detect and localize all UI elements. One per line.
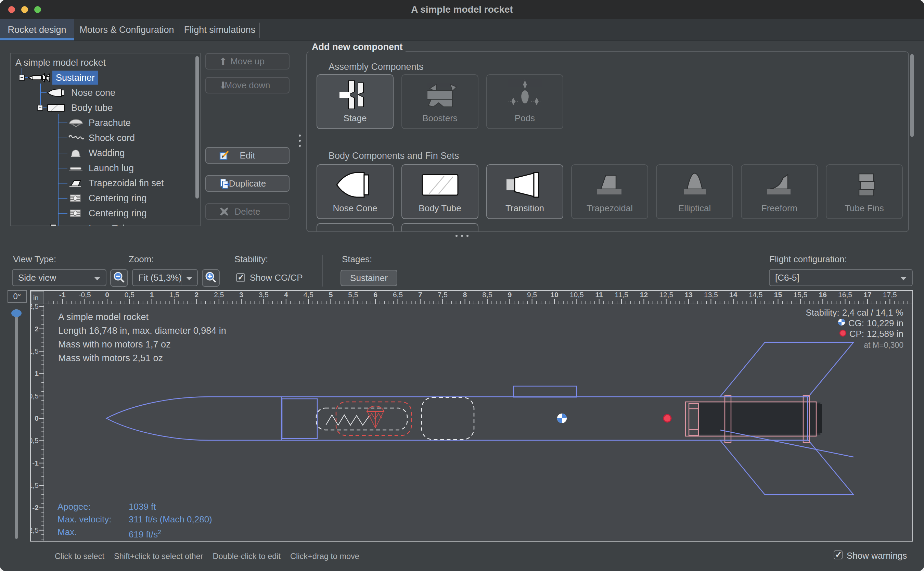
svg-text:1: 1 [150, 291, 154, 298]
horizontal-splitter-handle[interactable] [456, 235, 468, 237]
tab-rocket-design[interactable]: Rocket design [0, 19, 74, 40]
zoom-label: Zoom: [129, 254, 154, 265]
wadding-icon [68, 148, 83, 157]
move-up-button[interactable]: ⬆ Move up [205, 53, 290, 69]
info-line: A simple model rocket [58, 310, 226, 324]
stage-icon [317, 79, 393, 111]
add-freeform-button[interactable]: Freeform [741, 164, 818, 219]
transition-icon [487, 169, 563, 201]
svg-text:8: 8 [463, 291, 467, 298]
svg-text:17,5: 17,5 [883, 291, 897, 298]
tree-item-a-simple-model-rocket[interactable]: A simple model rocket [11, 55, 200, 70]
svg-text:16: 16 [819, 291, 827, 298]
tree-item-wadding[interactable]: Wadding [11, 145, 200, 160]
tree-item-body-tube[interactable]: Body tube [11, 100, 200, 115]
edit-button[interactable]: Edit [205, 147, 290, 164]
add-stage-button[interactable]: Stage [317, 74, 394, 129]
svg-text:1,5: 1,5 [31, 347, 38, 355]
add-tube-fins-button[interactable]: Tube Fins [826, 164, 903, 219]
add-component-panel: Assembly Components Body Components and … [306, 51, 909, 232]
svg-text:0,5: 0,5 [125, 291, 134, 298]
svg-text:7: 7 [418, 291, 422, 298]
nosecone-icon [46, 88, 67, 97]
app-window: A simple model rocket Rocket design Moto… [0, 0, 924, 571]
tab-motors-configuration[interactable]: Motors & Configuration [74, 19, 180, 40]
svg-text:4,5: 4,5 [303, 291, 313, 298]
hint-text: Double-click to edit [213, 552, 281, 561]
zoom-level-select[interactable]: Fit (51,3%) [132, 269, 198, 286]
add-trapezoidal-button[interactable]: Trapezoidal [571, 164, 648, 219]
trapezoidal-icon [572, 169, 647, 201]
add-elliptical-button[interactable]: Elliptical [656, 164, 733, 219]
svg-text:7,5: 7,5 [438, 291, 448, 298]
tab-flight-simulations[interactable]: Flight simulations [180, 19, 259, 40]
zoom-in-button[interactable] [202, 269, 220, 287]
view-type-select[interactable]: Side view [12, 269, 106, 286]
tree-item-parachute[interactable]: Parachute [11, 115, 200, 130]
zoom-out-button[interactable] [110, 269, 128, 287]
svg-text:2,5: 2,5 [31, 302, 38, 310]
clipped-component-button[interactable] [317, 223, 394, 232]
tree-item-launch-lug[interactable]: Launch lug [11, 160, 200, 176]
delete-button[interactable]: Delete [205, 203, 290, 220]
svg-text:17: 17 [864, 291, 871, 298]
chevron-down-icon [94, 277, 100, 280]
svg-text:-2,5: -2,5 [31, 526, 38, 534]
rotation-slider-track[interactable] [15, 309, 18, 539]
tree-item-centering-ring[interactable]: Centering ring [11, 206, 200, 221]
innertube-icon [68, 224, 83, 226]
svg-text:16,5: 16,5 [838, 291, 852, 298]
add-nose-cone-button[interactable]: Nose Cone [317, 164, 394, 219]
tree-item-label: Launch lug [89, 163, 134, 174]
flight-data-readout: Apogee:1039 ft Max. velocity:311 ft/s (M… [57, 500, 212, 542]
duplicate-button[interactable]: Duplicate [205, 175, 290, 192]
show-warnings-checkbox[interactable] [834, 551, 842, 559]
add-boosters-button[interactable]: Boosters [402, 74, 479, 129]
move-down-button[interactable]: ⬇ Move down [205, 77, 290, 93]
add-pods-button[interactable]: Pods [486, 74, 563, 129]
show-cgcp-checkbox[interactable] [236, 273, 245, 282]
tree-item-label: Shock cord [89, 133, 135, 144]
rocket-figure-canvas[interactable]: in-1-0,500,511,522,533,544,555,566,577,5… [30, 290, 913, 542]
svg-text:6: 6 [373, 291, 377, 298]
rotation-slider-knob[interactable] [11, 309, 22, 317]
tree-item-inner-tube[interactable]: Inner Tube [11, 221, 200, 226]
svg-text:13,5: 13,5 [704, 291, 718, 298]
chevron-down-icon [900, 277, 907, 280]
zoom-out-icon [113, 271, 125, 285]
svg-text:-2: -2 [32, 503, 38, 511]
stability-label: Stability: [234, 254, 268, 265]
tabbar: Rocket design Motors & Configuration Fli… [0, 19, 924, 41]
svg-text:-0,5: -0,5 [79, 291, 91, 298]
tree-item-centering-ring[interactable]: Centering ring [11, 191, 200, 206]
tree-item-sustainer[interactable]: Sustainer [11, 70, 200, 85]
tree-item-nose-cone[interactable]: Nose cone [11, 85, 200, 100]
svg-text:12: 12 [640, 291, 648, 298]
stage-toggle-sustainer[interactable]: Sustainer [340, 270, 397, 286]
svg-text:14,5: 14,5 [749, 291, 763, 298]
add-body-tube-button[interactable]: Body Tube [402, 164, 479, 219]
clipped-component-button[interactable] [402, 223, 479, 232]
hint-text: Click to select [55, 552, 105, 561]
tree-scrollbar[interactable] [196, 56, 199, 199]
flight-configuration-label: Flight configuration: [769, 254, 847, 265]
tree-item-label: Inner Tube [89, 223, 133, 226]
noseconelg-icon [317, 169, 393, 201]
add-panel-scrollbar[interactable] [910, 54, 914, 137]
svg-text:8,5: 8,5 [482, 291, 492, 298]
add-transition-button[interactable]: Transition [486, 164, 563, 219]
zoom-in-icon [205, 271, 217, 285]
launchlug-icon [68, 164, 84, 173]
svg-text:9: 9 [508, 291, 511, 298]
flight-configuration-select[interactable]: [C6-5] [769, 269, 913, 286]
svg-text:14: 14 [729, 291, 738, 298]
finset-icon [68, 179, 84, 188]
tree-item-label: Trapezoidal fin set [89, 178, 164, 188]
tree-item-label: A simple model rocket [15, 57, 106, 68]
vertical-splitter-handle[interactable] [299, 134, 301, 150]
window-title: A simple model rocket [0, 0, 924, 19]
tree-item-shock-cord[interactable]: Shock cord [11, 130, 200, 145]
component-tree[interactable]: A simple model rocketSustainerNose coneB… [10, 53, 200, 226]
tree-item-trapezoidal-fin-set[interactable]: Trapezoidal fin set [11, 176, 200, 191]
svg-text:13: 13 [684, 291, 692, 298]
